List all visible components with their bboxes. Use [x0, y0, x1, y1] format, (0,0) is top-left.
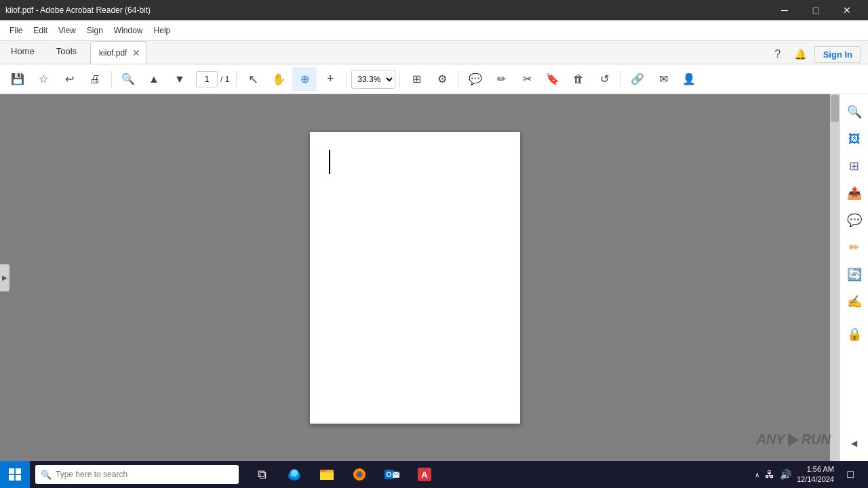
- tab-bar: Home Tools kiiof.pdf ✕ ? 🔔 Sign In: [0, 41, 868, 64]
- highlight-button[interactable]: ✏: [489, 67, 513, 92]
- save-button[interactable]: 💾: [5, 67, 30, 92]
- document-tab-close[interactable]: ✕: [132, 48, 140, 58]
- svg-point-6: [291, 470, 298, 476]
- page-sep: / 1: [220, 75, 229, 84]
- left-panel-collapse[interactable]: ▶: [0, 264, 9, 291]
- right-panel-sign-btn[interactable]: ✍: [842, 289, 867, 314]
- svg-rect-2: [9, 475, 14, 481]
- toolbar-sep-4: [399, 71, 400, 87]
- taskbar: 🔍 ⧉: [0, 461, 868, 488]
- minimize-button[interactable]: ─: [769, 0, 800, 20]
- page-layout-button[interactable]: ⊞: [404, 67, 429, 92]
- taskbar-search-icon: 🔍: [41, 470, 52, 480]
- home-nav-button[interactable]: Home: [0, 40, 45, 64]
- cursor-tool-button[interactable]: ↖: [241, 67, 265, 92]
- menu-sign[interactable]: Sign: [81, 23, 108, 38]
- zoom-out-button[interactable]: 🔍: [116, 67, 140, 92]
- start-button[interactable]: [0, 461, 30, 488]
- right-panel-protect-btn[interactable]: 🔒: [842, 322, 867, 346]
- taskbar-notification-btn[interactable]: □: [840, 464, 861, 485]
- notification-bell-icon[interactable]: 🔔: [791, 45, 810, 64]
- right-panel-edit-btn[interactable]: ✏: [842, 235, 867, 260]
- toolbar-sep-5: [458, 71, 459, 87]
- taskbar-task-view[interactable]: ⧉: [247, 461, 277, 488]
- scroll-thumb[interactable]: [831, 95, 839, 122]
- taskbar-time-display: 1:56 AM: [797, 464, 834, 474]
- menu-view[interactable]: View: [53, 23, 81, 38]
- main-area: ▶ 🔍 🖼 ⊞ 📤 💬 ✏ 🔄 ✍ 🔒 ◀ ANY RUN: [0, 94, 868, 461]
- taskbar-search-input[interactable]: [56, 470, 218, 479]
- comment-button[interactable]: 💬: [463, 67, 488, 92]
- volume-icon: 🔊: [780, 469, 791, 480]
- sign-in-button[interactable]: Sign In: [814, 46, 861, 63]
- zoom-select[interactable]: 33.3% 50% 75% 100% 125% 150% 200%: [351, 70, 395, 89]
- tab-bar-right: ? 🔔 Sign In: [768, 45, 868, 64]
- print-button[interactable]: 🖨: [83, 67, 107, 92]
- taskbar-edge[interactable]: [279, 461, 309, 488]
- right-panel: 🔍 🖼 ⊞ 📤 💬 ✏ 🔄 ✍ 🔒 ◀: [840, 94, 868, 461]
- window-controls: ─ □ ✕: [769, 0, 863, 20]
- pdf-page: [310, 132, 520, 424]
- svg-text:O: O: [387, 471, 392, 479]
- markup-button[interactable]: ✂: [515, 67, 539, 92]
- taskbar-right: ∧ 🖧 🔊 1:56 AM 12/14/2024 □: [755, 464, 868, 485]
- taskbar-outlook[interactable]: O: [377, 461, 407, 488]
- right-panel-comment-btn[interactable]: 💬: [842, 208, 867, 232]
- mail-button[interactable]: ✉: [651, 67, 675, 92]
- rotate-button[interactable]: ↺: [592, 67, 616, 92]
- right-panel-export-btn[interactable]: 📤: [842, 181, 867, 205]
- taskbar-acrobat[interactable]: A: [410, 461, 439, 488]
- taskbar-explorer[interactable]: [312, 461, 342, 488]
- toolbar-sep-6: [620, 71, 621, 87]
- tools-nav-button[interactable]: Tools: [45, 40, 87, 64]
- app-title: kiiof.pdf - Adobe Acrobat Reader (64-bit…: [5, 5, 151, 15]
- right-panel-collapse-btn[interactable]: ◀: [842, 431, 867, 455]
- system-tray-up-arrow[interactable]: ∧: [755, 471, 760, 479]
- help-icon[interactable]: ?: [768, 45, 787, 64]
- title-bar: kiiof.pdf - Adobe Acrobat Reader (64-bit…: [0, 0, 868, 20]
- svg-point-11: [357, 472, 362, 477]
- menu-bar: File Edit View Sign Window Help: [0, 20, 868, 41]
- account-button[interactable]: 👤: [677, 67, 701, 92]
- stamp-button[interactable]: 🔖: [540, 67, 565, 92]
- delete-button[interactable]: 🗑: [566, 67, 591, 92]
- document-tab-label: kiiof.pdf: [99, 48, 127, 58]
- right-panel-zoom-btn[interactable]: 🔍: [842, 100, 867, 124]
- link-button[interactable]: 🔗: [625, 67, 650, 92]
- maximize-button[interactable]: □: [800, 0, 831, 20]
- menu-file[interactable]: File: [4, 23, 28, 38]
- page-number-input[interactable]: [196, 71, 218, 87]
- prev-page-button[interactable]: ▲: [142, 67, 166, 92]
- svg-rect-1: [16, 468, 21, 474]
- pdf-view-area[interactable]: [0, 94, 830, 461]
- document-tab[interactable]: kiiof.pdf ✕: [90, 41, 146, 64]
- marquee-zoom-button[interactable]: ⊕: [292, 67, 317, 92]
- taskbar-date-display: 12/14/2024: [797, 474, 834, 485]
- right-panel-organize-btn[interactable]: ⊞: [842, 154, 867, 178]
- taskbar-clock[interactable]: 1:56 AM 12/14/2024: [797, 464, 834, 485]
- page-navigation: / 1: [196, 71, 229, 87]
- svg-rect-8: [320, 472, 334, 480]
- menu-window[interactable]: Window: [108, 23, 149, 38]
- right-panel-convert-btn[interactable]: 🔄: [842, 262, 867, 287]
- taskbar-search-box[interactable]: 🔍: [35, 465, 239, 484]
- tools-btn[interactable]: ⚙: [430, 67, 454, 92]
- hand-tool-button[interactable]: ✋: [267, 67, 291, 92]
- taskbar-apps: ⧉: [247, 461, 439, 488]
- zoom-in-button[interactable]: +: [318, 67, 342, 92]
- svg-rect-3: [16, 475, 21, 481]
- toolbar: 💾 ☆ ↩ 🖨 🔍 ▲ ▼ / 1 ↖ ✋ ⊕ + 33.3% 50% 75% …: [0, 64, 868, 94]
- undo-button[interactable]: ↩: [57, 67, 81, 92]
- bookmark-button[interactable]: ☆: [31, 67, 56, 92]
- taskbar-firefox[interactable]: [344, 461, 374, 488]
- next-page-button[interactable]: ▼: [167, 67, 192, 92]
- menu-edit[interactable]: Edit: [28, 23, 53, 38]
- text-cursor: [329, 150, 330, 174]
- network-icon: 🖧: [765, 469, 774, 480]
- close-button[interactable]: ✕: [831, 0, 863, 20]
- toolbar-sep-1: [111, 71, 112, 87]
- right-panel-enhance-btn[interactable]: 🖼: [842, 127, 867, 151]
- vertical-scrollbar[interactable]: [830, 94, 840, 461]
- toolbar-sep-2: [236, 71, 237, 87]
- menu-help[interactable]: Help: [149, 23, 176, 38]
